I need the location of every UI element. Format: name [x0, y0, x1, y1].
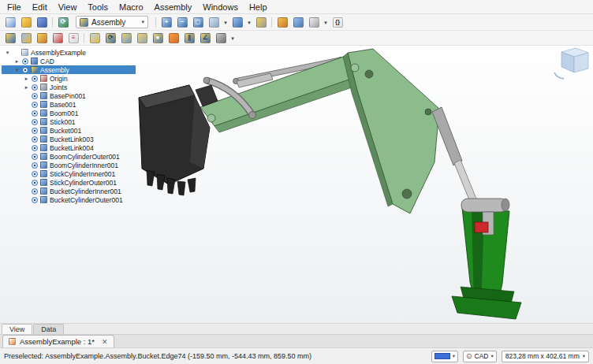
create-parallel-joint-icon[interactable]: ∥ [181, 32, 197, 45]
zoom-out-icon[interactable]: − [174, 16, 190, 29]
tree-item-origin[interactable]: ▸ Origin [2, 74, 136, 83]
visibility-eye-icon[interactable] [32, 136, 38, 143]
create-cylindrical-joint-icon[interactable] [118, 32, 134, 45]
visibility-eye-icon[interactable] [32, 145, 38, 151]
navigation-style-value: CAD [475, 352, 489, 360]
new-document-icon[interactable] [2, 16, 18, 29]
visibility-eye-icon[interactable] [32, 188, 38, 195]
toggle-grounded-icon[interactable] [213, 32, 229, 45]
visibility-eye-icon[interactable] [32, 171, 38, 177]
visibility-eye-icon[interactable] [32, 180, 38, 186]
menu-help[interactable]: Help [244, 2, 273, 13]
draw-style-icon[interactable] [206, 16, 222, 29]
menu-windows[interactable]: Windows [197, 2, 244, 13]
create-distance-joint-icon[interactable] [166, 32, 181, 45]
create-revolute-joint-icon[interactable]: ⟳ [103, 32, 118, 45]
visibility-eye-icon[interactable] [32, 102, 38, 108]
workbench-selector[interactable]: Assembly ▾ [76, 16, 148, 28]
new-body-icon[interactable] [34, 32, 50, 45]
tree-item-joints[interactable]: ▸ Joints [2, 83, 136, 91]
close-icon[interactable]: ✕ [102, 338, 108, 346]
save-document-icon[interactable] [34, 16, 50, 29]
visibility-eye-icon[interactable] [32, 93, 38, 99]
tree-item-basepin001[interactable]: BasePin001 [2, 91, 136, 100]
menu-edit[interactable]: Edit [27, 2, 53, 13]
document-tab[interactable]: AssemblyExample : 1* ✕ [2, 335, 114, 347]
item-type-icon [40, 84, 47, 91]
tree-item-label: Joints [50, 84, 69, 91]
visibility-eye-icon[interactable] [32, 84, 38, 91]
zoom-in-icon[interactable]: + [159, 16, 174, 29]
tree-item-assembly[interactable]: ▾ Assembly [2, 65, 136, 74]
bill-of-materials-icon[interactable]: ≡ [65, 32, 81, 45]
tree-item-boomcylinderinner001[interactable]: BoomCylinderInner001 [2, 161, 136, 169]
expand-arrow-icon[interactable]: ▸ [24, 76, 29, 82]
tree-item-bucketlink003[interactable]: BucketLink003 [2, 135, 136, 143]
tree-item-bucket001[interactable]: Bucket001 [2, 126, 136, 135]
toolbar-button[interactable] [153, 16, 159, 29]
visibility-eye-icon[interactable] [32, 154, 38, 160]
new-sketch-icon[interactable] [50, 32, 65, 45]
expand-arrow-icon[interactable]: ▾ [5, 50, 10, 56]
assembly-menu-caret[interactable]: ▾ [229, 32, 237, 45]
menu-assembly[interactable]: Assembly [149, 2, 198, 13]
visibility-eye-icon[interactable] [32, 162, 38, 169]
visibility-eye-icon[interactable] [32, 76, 38, 82]
create-assembly-icon[interactable] [2, 32, 18, 45]
visibility-eye-icon[interactable] [32, 128, 38, 134]
navigation-style-selector[interactable]: ⊙ CAD ▾ [463, 351, 497, 362]
tree-item-label: Origin [50, 75, 70, 83]
measure-icon[interactable] [253, 16, 269, 29]
create-fixed-joint-icon[interactable] [87, 32, 103, 45]
macro-braces-icon[interactable]: {} [330, 16, 345, 29]
zoom-fit-icon[interactable]: ◻ [190, 16, 206, 29]
create-angle-joint-icon[interactable]: ∠ [197, 32, 213, 45]
menu-view[interactable]: View [53, 2, 83, 13]
color-selector[interactable]: ▾ [431, 351, 458, 362]
color-swatch [434, 353, 450, 359]
draw-style-caret[interactable]: ▾ [222, 16, 229, 29]
item-type-icon [40, 127, 47, 134]
tree-item-base001[interactable]: Base001 [2, 100, 136, 109]
tree-item-stickcylinderouter001[interactable]: StickCylinderOuter001 [2, 178, 136, 187]
create-slider-joint-icon[interactable] [134, 32, 150, 45]
tree-item-bucketcylinderouter001[interactable]: BucketCylinderOuter001 [2, 195, 136, 204]
refresh-icon[interactable]: ⟳ [55, 16, 71, 29]
toolbar-button[interactable] [81, 32, 87, 45]
tree-item-boom001[interactable]: Boom001 [2, 109, 136, 117]
expand-arrow-icon[interactable]: ▸ [24, 84, 29, 91]
tree-item-stickcylinderinner001[interactable]: StickCylinderInner001 [2, 169, 136, 178]
create-part-icon[interactable] [274, 16, 290, 29]
tree-item-assemblyexample[interactable]: ▾ AssemblyExample [2, 48, 136, 57]
create-ball-joint-icon[interactable]: ● [150, 32, 166, 45]
menu-macro[interactable]: Macro [114, 2, 149, 13]
isometric-view-icon[interactable] [229, 16, 245, 29]
visibility-eye-icon[interactable] [22, 58, 28, 65]
toolbar-button[interactable] [269, 16, 274, 29]
visibility-eye-icon[interactable] [32, 110, 38, 117]
toolbar-button[interactable] [50, 16, 55, 29]
open-document-icon[interactable] [18, 16, 34, 29]
windows-icon[interactable] [306, 16, 322, 29]
insert-component-icon[interactable] [18, 32, 34, 45]
chevron-down-icon: ▾ [141, 19, 144, 25]
tree-item-bucketcylinderinner001[interactable]: BucketCylinderInner001 [2, 187, 136, 195]
visibility-eye-icon[interactable] [22, 67, 28, 73]
mouse-icon: ⊙ [466, 353, 472, 360]
panel-tab-data[interactable]: Data [33, 324, 64, 334]
visibility-eye-icon[interactable] [32, 197, 38, 203]
create-group-icon[interactable] [290, 16, 306, 29]
tree-item-boomcylinderouter001[interactable]: BoomCylinderOuter001 [2, 152, 136, 161]
expand-arrow-icon[interactable]: ▸ [14, 58, 20, 65]
menu-tools[interactable]: Tools [82, 2, 114, 13]
windows-caret[interactable]: ▾ [322, 16, 330, 29]
expand-arrow-icon[interactable]: ▾ [14, 67, 20, 73]
tree-item-cad[interactable]: ▸ CAD [2, 57, 136, 65]
menu-file[interactable]: File [2, 2, 27, 13]
panel-tab-view[interactable]: View [2, 324, 32, 334]
std-views-caret[interactable]: ▾ [245, 16, 253, 29]
viewport-dimensions[interactable]: 823,28 mm x 402,61 mm ▾ [502, 351, 589, 362]
tree-item-stick001[interactable]: Stick001 [2, 117, 136, 126]
visibility-eye-icon[interactable] [32, 119, 38, 125]
tree-item-bucketlink004[interactable]: BucketLink004 [2, 143, 136, 152]
